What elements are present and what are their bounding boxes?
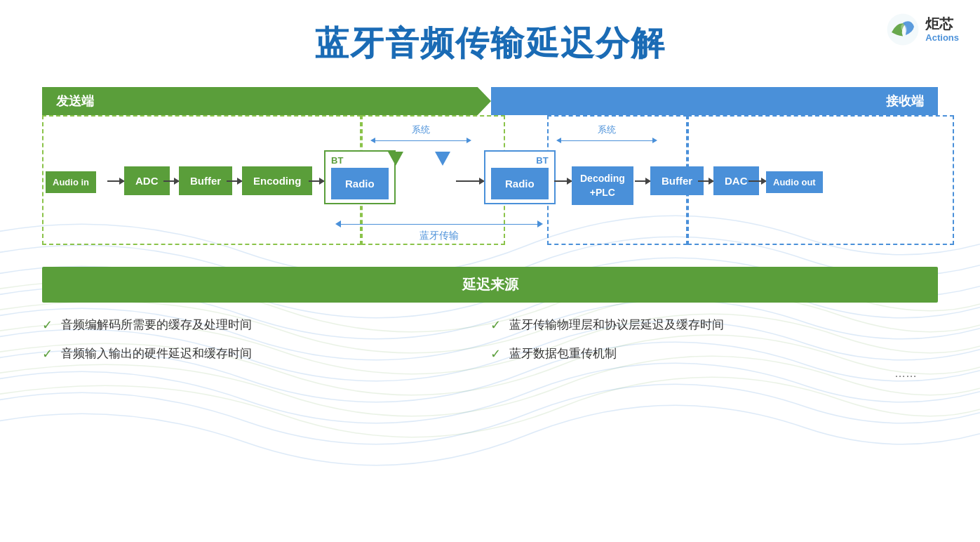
receiver-bar: 接收端 [491, 87, 938, 115]
page-title: 蓝牙音频传输延迟分解 [42, 21, 938, 66]
sender-bar: 发送端 [42, 87, 491, 115]
decoding-block: Decoding+PLC [572, 166, 633, 205]
buffer1-block: Buffer [179, 166, 232, 195]
buffer1-text: Buffer [179, 166, 232, 195]
bullets-col-2: ✓ 蓝牙传输物理层和协议层延迟及缓存时间 ✓ 蓝牙数据包重传机制 [490, 317, 939, 362]
checkmark-1: ✓ [42, 317, 53, 333]
radio-sender-text: Radio [331, 168, 389, 199]
system-annotation-right: 系统 [556, 124, 657, 143]
connector-4 [309, 180, 324, 182]
encoding-block: Encoding [242, 166, 312, 195]
bt-receiver-label: BT [491, 155, 549, 166]
bt-transmission: 蓝牙传输 [335, 220, 543, 242]
bullet-item-2: ✓ 音频输入输出的硬件延迟和缓存时间 [42, 345, 490, 362]
connector-5 [456, 180, 484, 182]
connector-3 [227, 180, 242, 182]
radio-receiver-text: Radio [491, 168, 549, 199]
adc-text: ADC [124, 166, 170, 195]
ellipsis: …… [894, 367, 917, 379]
bullet-item-3: ✓ 蓝牙传输物理层和协议层延迟及缓存时间 [490, 317, 939, 333]
checkmark-4: ✓ [490, 346, 501, 362]
bullet-text-3: 蓝牙传输物理层和协议层延迟及缓存时间 [509, 317, 724, 333]
signal-flow-area: 系统 系统 Audio in [42, 115, 938, 256]
antenna-sender [388, 152, 403, 166]
system-label-right: 系统 [598, 124, 616, 136]
bt-transmission-label: 蓝牙传输 [419, 230, 459, 242]
connector-2 [163, 180, 179, 182]
connector-9 [749, 180, 766, 182]
encoding-text: Encoding [242, 166, 312, 195]
bt-sender-label: BT [331, 155, 389, 166]
bullet-item-1: ✓ 音频编解码所需要的缓存及处理时间 [42, 317, 490, 333]
buffer2-block: Buffer [650, 166, 704, 195]
bt-sender-frame: BT Radio [324, 150, 396, 204]
system-label-left: 系统 [412, 124, 430, 136]
connector-1 [107, 180, 124, 182]
main-content: 蓝牙音频传输延迟分解 发送端 接收端 系统 [0, 0, 980, 394]
system-annotation-left: 系统 [370, 124, 471, 143]
bullets-container: ✓ 音频编解码所需要的缓存及处理时间 ✓ 音频输入输出的硬件延迟和缓存时间 ✓ … [42, 317, 938, 362]
bullets-col-1: ✓ 音频编解码所需要的缓存及处理时间 ✓ 音频输入输出的硬件延迟和缓存时间 [42, 317, 490, 362]
antenna-receiver [435, 152, 450, 166]
checkmark-2: ✓ [42, 346, 53, 362]
audio-in-label: Audio in [46, 171, 96, 193]
connector-6 [554, 180, 572, 182]
header-row: 发送端 接收端 [42, 87, 938, 115]
sender-label: 发送端 [56, 93, 94, 110]
delay-bar: 延迟来源 [42, 267, 938, 303]
audio-out-label: Audio out [766, 171, 823, 193]
connector-8 [698, 180, 713, 182]
adc-block: ADC [124, 166, 170, 195]
bullet-item-4: ✓ 蓝牙数据包重传机制 [490, 345, 939, 362]
ellipsis-container: …… [42, 367, 938, 380]
checkmark-3: ✓ [490, 317, 501, 333]
audio-out-text: Audio out [766, 171, 823, 193]
bt-receiver-frame: BT Radio [484, 150, 556, 204]
decoding-text: Decoding+PLC [572, 166, 633, 205]
bullet-text-4: 蓝牙数据包重传机制 [509, 345, 617, 362]
connector-7 [635, 180, 650, 182]
buffer2-text: Buffer [650, 166, 704, 195]
bullet-text-2: 音频输入输出的硬件延迟和缓存时间 [61, 345, 252, 362]
receiver-label: 接收端 [886, 93, 924, 110]
delay-section: 延迟来源 ✓ 音频编解码所需要的缓存及处理时间 ✓ 音频输入输出的硬件延迟和缓存… [42, 267, 938, 380]
audio-in-text: Audio in [46, 171, 96, 193]
bullet-text-1: 音频编解码所需要的缓存及处理时间 [61, 317, 252, 333]
